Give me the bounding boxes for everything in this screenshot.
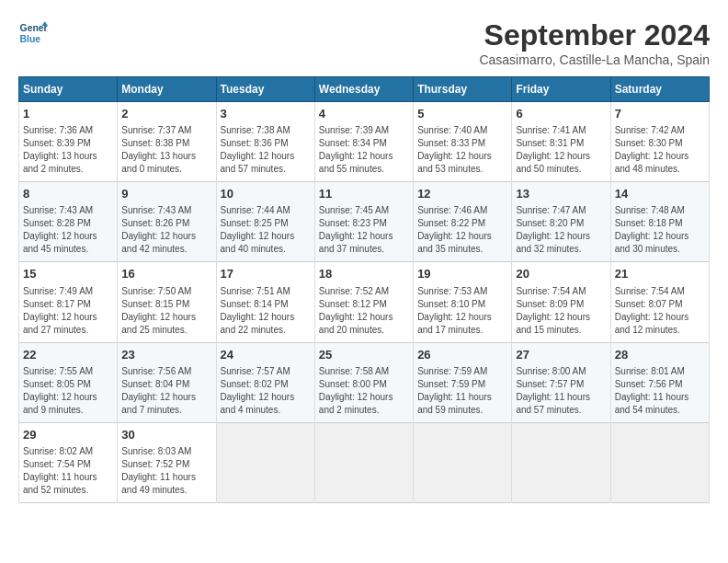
day-info: Sunrise: 7:51 AMSunset: 8:14 PMDaylight:… — [221, 285, 311, 337]
calendar-cell: 10Sunrise: 7:44 AMSunset: 8:25 PMDayligh… — [216, 182, 314, 262]
day-number: 29 — [23, 427, 113, 443]
week-row-2: 8Sunrise: 7:43 AMSunset: 8:28 PMDaylight… — [19, 182, 710, 262]
day-info: Sunrise: 7:54 AMSunset: 8:07 PMDaylight:… — [615, 285, 705, 337]
calendar-cell: 15Sunrise: 7:49 AMSunset: 8:17 PMDayligh… — [19, 262, 118, 342]
calendar-cell: 2Sunrise: 7:37 AMSunset: 8:38 PMDaylight… — [118, 102, 216, 182]
calendar-cell — [314, 422, 413, 502]
day-info: Sunrise: 7:48 AMSunset: 8:18 PMDaylight:… — [615, 204, 705, 256]
page-subtitle: Casasimarro, Castille-La Mancha, Spain — [479, 52, 710, 67]
day-info: Sunrise: 7:42 AMSunset: 8:30 PMDaylight:… — [615, 124, 705, 176]
page-title: September 2024 — [479, 18, 710, 52]
calendar-cell: 25Sunrise: 7:58 AMSunset: 8:00 PMDayligh… — [314, 342, 413, 422]
calendar-cell: 17Sunrise: 7:51 AMSunset: 8:14 PMDayligh… — [216, 262, 314, 342]
calendar-cell: 12Sunrise: 7:46 AMSunset: 8:22 PMDayligh… — [414, 182, 512, 262]
calendar-cell: 22Sunrise: 7:55 AMSunset: 8:05 PMDayligh… — [19, 342, 118, 422]
calendar-cell: 26Sunrise: 7:59 AMSunset: 7:59 PMDayligh… — [414, 342, 512, 422]
day-number: 10 — [221, 186, 311, 202]
day-number: 9 — [121, 186, 211, 202]
calendar-cell: 20Sunrise: 7:54 AMSunset: 8:09 PMDayligh… — [512, 262, 610, 342]
day-info: Sunrise: 7:45 AMSunset: 8:23 PMDaylight:… — [319, 204, 409, 256]
day-info: Sunrise: 7:43 AMSunset: 8:28 PMDaylight:… — [23, 204, 113, 256]
day-info: Sunrise: 7:58 AMSunset: 8:00 PMDaylight:… — [319, 365, 409, 417]
day-number: 16 — [121, 266, 211, 282]
header-thursday: Thursday — [414, 77, 512, 102]
day-number: 11 — [319, 186, 409, 202]
day-info: Sunrise: 7:52 AMSunset: 8:12 PMDaylight:… — [319, 285, 409, 337]
calendar-cell: 21Sunrise: 7:54 AMSunset: 8:07 PMDayligh… — [610, 262, 709, 342]
day-info: Sunrise: 7:50 AMSunset: 8:15 PMDaylight:… — [121, 285, 211, 337]
day-number: 18 — [319, 266, 409, 282]
day-info: Sunrise: 8:02 AMSunset: 7:54 PMDaylight:… — [23, 445, 113, 497]
calendar-cell: 14Sunrise: 7:48 AMSunset: 8:18 PMDayligh… — [610, 182, 709, 262]
logo: General Blue — [18, 18, 48, 48]
day-info: Sunrise: 7:43 AMSunset: 8:26 PMDaylight:… — [121, 204, 211, 256]
day-info: Sunrise: 7:36 AMSunset: 8:39 PMDaylight:… — [23, 124, 113, 176]
day-number: 27 — [516, 347, 606, 363]
week-row-4: 22Sunrise: 7:55 AMSunset: 8:05 PMDayligh… — [19, 342, 710, 422]
title-block: September 2024 Casasimarro, Castille-La … — [479, 18, 710, 67]
day-number: 14 — [615, 186, 705, 202]
week-row-3: 15Sunrise: 7:49 AMSunset: 8:17 PMDayligh… — [19, 262, 710, 342]
calendar-header: SundayMondayTuesdayWednesdayThursdayFrid… — [19, 77, 710, 102]
day-number: 15 — [23, 266, 113, 282]
calendar-cell: 4Sunrise: 7:39 AMSunset: 8:34 PMDaylight… — [314, 102, 413, 182]
day-number: 12 — [417, 186, 507, 202]
day-number: 3 — [221, 106, 311, 122]
week-row-1: 1Sunrise: 7:36 AMSunset: 8:39 PMDaylight… — [19, 102, 710, 182]
calendar-cell: 29Sunrise: 8:02 AMSunset: 7:54 PMDayligh… — [19, 422, 118, 502]
day-info: Sunrise: 8:03 AMSunset: 7:52 PMDaylight:… — [121, 445, 211, 497]
day-number: 1 — [23, 106, 113, 122]
calendar-cell: 27Sunrise: 8:00 AMSunset: 7:57 PMDayligh… — [512, 342, 610, 422]
day-info: Sunrise: 7:39 AMSunset: 8:34 PMDaylight:… — [319, 124, 409, 176]
day-number: 5 — [417, 106, 507, 122]
header-saturday: Saturday — [610, 77, 709, 102]
day-number: 13 — [516, 186, 606, 202]
day-info: Sunrise: 7:59 AMSunset: 7:59 PMDaylight:… — [417, 365, 507, 417]
day-info: Sunrise: 7:57 AMSunset: 8:02 PMDaylight:… — [221, 365, 311, 417]
calendar-cell: 28Sunrise: 8:01 AMSunset: 7:56 PMDayligh… — [610, 342, 709, 422]
calendar-cell: 6Sunrise: 7:41 AMSunset: 8:31 PMDaylight… — [512, 102, 610, 182]
calendar-cell — [216, 422, 314, 502]
day-info: Sunrise: 7:53 AMSunset: 8:10 PMDaylight:… — [417, 285, 507, 337]
header-wednesday: Wednesday — [314, 77, 413, 102]
day-number: 24 — [221, 347, 311, 363]
calendar-cell — [512, 422, 610, 502]
header-sunday: Sunday — [19, 77, 118, 102]
calendar-cell: 13Sunrise: 7:47 AMSunset: 8:20 PMDayligh… — [512, 182, 610, 262]
calendar-cell: 7Sunrise: 7:42 AMSunset: 8:30 PMDaylight… — [610, 102, 709, 182]
day-number: 26 — [417, 347, 507, 363]
day-number: 8 — [23, 186, 113, 202]
day-number: 6 — [516, 106, 606, 122]
day-info: Sunrise: 7:47 AMSunset: 8:20 PMDaylight:… — [516, 204, 606, 256]
svg-text:Blue: Blue — [20, 34, 41, 44]
day-number: 23 — [121, 347, 211, 363]
day-info: Sunrise: 7:56 AMSunset: 8:04 PMDaylight:… — [121, 365, 211, 417]
day-number: 25 — [319, 347, 409, 363]
logo-icon: General Blue — [18, 18, 48, 48]
day-number: 19 — [417, 266, 507, 282]
day-number: 21 — [615, 266, 705, 282]
calendar-cell: 24Sunrise: 7:57 AMSunset: 8:02 PMDayligh… — [216, 342, 314, 422]
header-row: SundayMondayTuesdayWednesdayThursdayFrid… — [19, 77, 710, 102]
day-info: Sunrise: 7:38 AMSunset: 8:36 PMDaylight:… — [221, 124, 311, 176]
day-info: Sunrise: 7:44 AMSunset: 8:25 PMDaylight:… — [221, 204, 311, 256]
day-number: 2 — [121, 106, 211, 122]
header-friday: Friday — [512, 77, 610, 102]
day-info: Sunrise: 7:55 AMSunset: 8:05 PMDaylight:… — [23, 365, 113, 417]
day-info: Sunrise: 7:49 AMSunset: 8:17 PMDaylight:… — [23, 285, 113, 337]
day-info: Sunrise: 7:54 AMSunset: 8:09 PMDaylight:… — [516, 285, 606, 337]
day-number: 4 — [319, 106, 409, 122]
day-number: 22 — [23, 347, 113, 363]
calendar-cell: 30Sunrise: 8:03 AMSunset: 7:52 PMDayligh… — [118, 422, 216, 502]
day-number: 17 — [221, 266, 311, 282]
header-monday: Monday — [118, 77, 216, 102]
day-info: Sunrise: 8:00 AMSunset: 7:57 PMDaylight:… — [516, 365, 606, 417]
calendar-cell: 11Sunrise: 7:45 AMSunset: 8:23 PMDayligh… — [314, 182, 413, 262]
calendar-cell: 23Sunrise: 7:56 AMSunset: 8:04 PMDayligh… — [118, 342, 216, 422]
day-info: Sunrise: 7:40 AMSunset: 8:33 PMDaylight:… — [417, 124, 507, 176]
calendar-cell: 8Sunrise: 7:43 AMSunset: 8:28 PMDaylight… — [19, 182, 118, 262]
calendar-cell: 9Sunrise: 7:43 AMSunset: 8:26 PMDaylight… — [118, 182, 216, 262]
calendar-cell: 1Sunrise: 7:36 AMSunset: 8:39 PMDaylight… — [19, 102, 118, 182]
day-info: Sunrise: 7:46 AMSunset: 8:22 PMDaylight:… — [417, 204, 507, 256]
calendar-cell: 18Sunrise: 7:52 AMSunset: 8:12 PMDayligh… — [314, 262, 413, 342]
